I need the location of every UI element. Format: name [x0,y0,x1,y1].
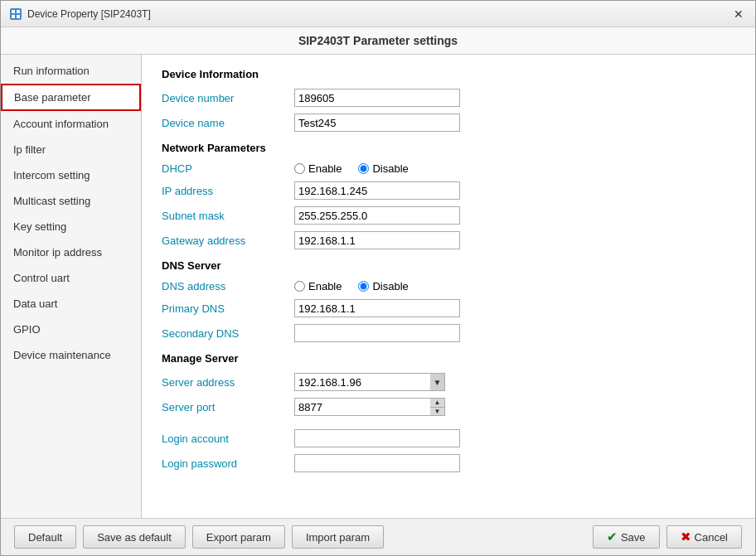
cancel-label: Cancel [695,531,728,544]
dns-address-row: DNS address Enable Disable [162,280,735,293]
import-param-button[interactable]: Import param [292,525,384,549]
sidebar-item-ip-filter[interactable]: Ip filter [1,137,141,162]
server-port-label: Server port [162,401,294,413]
content-area: Run informationBase parameterAccount inf… [1,55,755,518]
subnet-mask-label: Subnet mask [162,210,294,222]
secondary-dns-input[interactable] [294,324,460,342]
export-param-button[interactable]: Export param [192,525,285,549]
login-password-input[interactable] [294,454,460,472]
subnet-mask-input[interactable] [294,206,460,225]
server-address-select[interactable]: 192.168.1.96 [294,373,445,391]
server-port-down[interactable]: ▼ [430,408,444,416]
server-address-row: Server address 192.168.1.96 ▼ [162,373,735,391]
primary-dns-row: Primary DNS [162,299,735,317]
network-params-title: Network Parameters [162,142,735,154]
sidebar-item-base-parameter[interactable]: Base parameter [1,84,141,111]
manage-server-title: Manage Server [162,352,735,365]
sidebar: Run informationBase parameterAccount inf… [1,55,142,518]
ip-address-input[interactable] [294,181,460,200]
dns-server-title: DNS Server [162,259,735,272]
device-number-row: Device number [162,89,735,107]
subnet-mask-row: Subnet mask [162,206,735,225]
page-header: SIP2403T Parameter settings [1,27,755,55]
server-address-dropdown-wrapper: 192.168.1.96 ▼ [294,373,445,391]
footer: Default Save as default Export param Imp… [1,518,755,555]
dns-enable-radio[interactable]: Enable [294,280,342,293]
svg-rect-1 [12,10,15,13]
server-port-row: Server port ▲ ▼ [162,398,735,416]
default-button[interactable]: Default [14,525,76,549]
sidebar-item-control-uart[interactable]: Control uart [1,265,141,291]
sidebar-item-intercom-setting[interactable]: Intercom setting [1,162,141,188]
login-password-row: Login password [162,454,735,472]
svg-rect-3 [12,15,15,18]
main-panel: Device Information Device number Device … [142,55,755,518]
save-button[interactable]: ✔ Save [593,525,660,549]
ip-address-row: IP address [162,181,735,200]
device-name-row: Device name [162,114,735,132]
dhcp-enable-radio[interactable]: Enable [294,162,342,175]
sidebar-item-gpio[interactable]: GPIO [1,317,141,342]
device-number-label: Device number [162,92,294,104]
dhcp-row: DHCP Enable Disable [162,162,735,175]
login-password-label: Login password [162,457,294,470]
server-port-spinner-wrapper: ▲ ▼ [294,398,445,416]
dhcp-disable-radio[interactable]: Disable [358,162,408,175]
main-window: Device Property [SIP2403T] ✕ SIP2403T Pa… [0,0,756,556]
server-address-label: Server address [162,376,294,389]
title-bar-left: Device Property [SIP2403T] [9,7,151,21]
sidebar-item-account-information[interactable]: Account information [1,111,141,137]
save-check-icon: ✔ [607,529,618,544]
secondary-dns-row: Secondary DNS [162,324,735,342]
secondary-dns-label: Secondary DNS [162,327,294,340]
cancel-x-icon: ✖ [681,529,691,544]
server-port-spinner: ▲ ▼ [430,398,445,416]
device-info-title: Device Information [162,68,735,80]
device-number-input[interactable] [294,89,460,107]
close-button[interactable]: ✕ [730,6,747,22]
login-account-row: Login account [162,429,735,447]
sidebar-item-run-information[interactable]: Run information [1,58,141,84]
page-title: SIP2403T Parameter settings [298,34,458,47]
server-port-up[interactable]: ▲ [430,399,444,408]
title-bar-text: Device Property [SIP2403T] [27,8,151,20]
login-account-label: Login account [162,433,294,445]
cancel-button[interactable]: ✖ Cancel [666,525,742,549]
sidebar-item-key-setting[interactable]: Key setting [1,214,141,239]
dns-radio-group: Enable Disable [294,280,409,293]
device-name-input[interactable] [294,114,460,132]
server-address-dropdown-arrow[interactable]: ▼ [430,373,445,391]
sidebar-item-multicast-setting[interactable]: Multicast setting [1,188,141,214]
sidebar-item-monitor-ip-address[interactable]: Monitor ip address [1,239,141,265]
title-bar: Device Property [SIP2403T] ✕ [1,1,755,27]
sidebar-item-device-maintenance[interactable]: Device maintenance [1,342,141,368]
save-label: Save [621,531,646,544]
sidebar-item-data-uart[interactable]: Data uart [1,291,141,317]
dns-disable-radio[interactable]: Disable [358,280,408,293]
gateway-label: Gateway address [162,234,294,247]
gateway-input[interactable] [294,231,460,249]
server-port-input[interactable] [294,398,445,416]
dhcp-radio-group: Enable Disable [294,162,409,175]
ip-address-label: IP address [162,185,294,197]
primary-dns-label: Primary DNS [162,302,294,315]
login-account-input[interactable] [294,429,460,447]
window-icon [9,7,22,21]
device-name-label: Device name [162,117,294,129]
save-as-default-button[interactable]: Save as default [83,525,186,549]
primary-dns-input[interactable] [294,299,460,317]
dns-address-label: DNS address [162,280,294,293]
svg-rect-2 [17,10,20,13]
svg-rect-4 [17,15,20,18]
gateway-row: Gateway address [162,231,735,249]
dhcp-label: DHCP [162,162,294,175]
